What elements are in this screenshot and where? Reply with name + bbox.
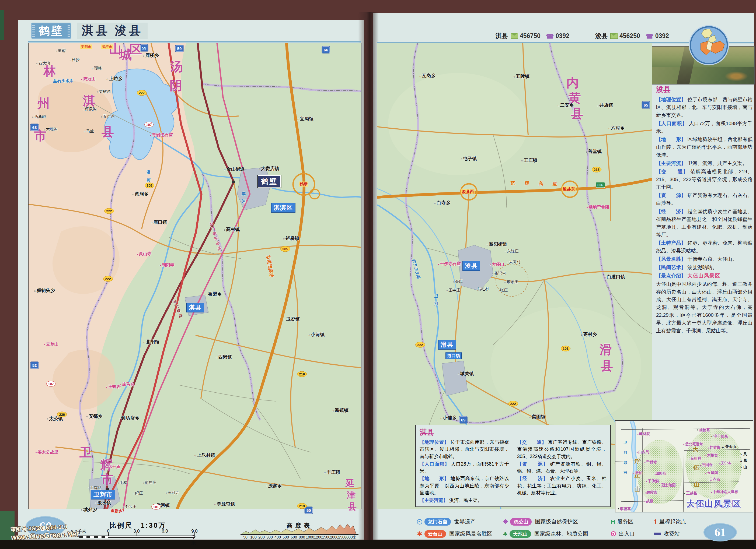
- legend-label: 出入口: [619, 530, 635, 537]
- legend-label: 服务区: [617, 518, 633, 525]
- county-name: 淇县: [496, 32, 508, 39]
- header-left: 鹤壁 淇县 浚县: [28, 22, 361, 41]
- postcode-value: 456750: [520, 32, 541, 39]
- toll-icon: [654, 533, 661, 535]
- info-section: 【经 济】 是全国优质小麦生产基地县、省商品粮生产基地县之一和全国优质蜂蜜生产基…: [656, 208, 752, 239]
- map-left-canvas: [29, 43, 361, 509]
- county-title: 淇县: [420, 427, 607, 437]
- legend-item: 收费站: [654, 530, 702, 537]
- legend-pill: 鸡公山: [510, 518, 532, 526]
- info-section: 【资 源】 矿产资源有大理石、石灰石、白沙等。: [656, 192, 752, 207]
- legend-item: ✱云台山国家级风景名胜区: [417, 530, 503, 538]
- info-section: 【地 形】 区域地势较平坦，西北部有低山丘陵，东为广阔的华北平原，西南部地势低洼…: [656, 136, 752, 159]
- info-section: 【经 济】 农业主产小麦、玉米、棉花、花生等；工业有电力、纺织、化工、机械、建材…: [517, 475, 607, 496]
- legend-item: ❋鸡公山国家级自然保护区: [503, 518, 611, 526]
- info-section: 【地理位置】 位于市境西南部，东与鹤壁市辖区、浚县相邻，西北与安阳市接壤，南与新…: [420, 439, 509, 460]
- legend-label: 国家级风景名胜区: [449, 530, 492, 537]
- info-section: 【人口面积】 人口72万，面积1088平方千米。: [656, 120, 752, 135]
- info-section: 【交 通】 范辉高速横贯北部，219、215、305、222等省道贯穿全境，形成…: [656, 168, 752, 191]
- area-code-value: 0392: [655, 32, 669, 39]
- service-area-icon: H: [611, 518, 615, 525]
- county-title: 浚县: [656, 85, 752, 94]
- atlas-spread: 鹤壁 淇县 浚县 淇县456750☎0392浚县456250☎0392: [0, 0, 756, 549]
- info-section: 【民间艺术】 浚县泥咕咕。: [656, 264, 752, 272]
- info-section: 【地理位置】 位于市境东部，西与鹤壁市辖区、淇县相邻，北、东与安阳市接壤，南与新…: [656, 96, 752, 119]
- map-left: [28, 43, 361, 509]
- world-heritage-icon: [417, 519, 422, 524]
- inset-map-canvas: [615, 421, 753, 512]
- scale-bar: 比例尺 1:30万 3.0千米03.06.09.0千米: [79, 521, 197, 539]
- county-contact: 浚县456250☎0392: [595, 32, 672, 40]
- page-edge-tab: [0, 10, 4, 40]
- county-info-qixian: 淇县 【地理位置】 位于市境西南部，东与鹤壁市辖区、浚县相邻，西北与安阳市接壤，…: [415, 425, 611, 507]
- phone-icon: ☎: [646, 33, 654, 40]
- postcode-icon: [610, 33, 618, 39]
- info-section: 【土特产品】 红枣、枣花蜜、兔肉、柳苇编织品、浚县泥咕咕。: [656, 239, 752, 255]
- county-info-xunxian: 浚县 【地理位置】 位于市境东部，西与鹤壁市辖区、淇县相邻，北、东与安阳市接壤，…: [656, 85, 752, 418]
- map-legend: 龙门石窟世界遗产❋鸡公山国家级自然保护区H服务区里程起讫点✱云台山国家级风景名胜…: [417, 516, 702, 540]
- legend-item: 出入口: [611, 530, 654, 537]
- milestone-icon: [654, 519, 657, 524]
- info-section: 【景点介绍】 大伾山风景区: [656, 272, 752, 280]
- scenic-intro-text: 大伾山是中国境内少见的儒、释、道三教并存的历史名山，由大伾山、浮丘山两部分组成。…: [656, 280, 752, 335]
- info-section: 【风景名胜】 千佛寺石窟、大伾山。: [656, 256, 752, 263]
- legend-item: 里程起讫点: [654, 518, 702, 525]
- postcode-value: 456250: [619, 32, 640, 39]
- page-number-right: 61: [703, 523, 737, 541]
- phone-icon: ☎: [546, 33, 554, 40]
- legend-label: 世界遗产: [454, 518, 476, 525]
- legend-label: 收费站: [664, 530, 680, 537]
- legend-pill: 龙门石窟: [424, 518, 451, 526]
- info-section: 【主要河流】 卫河、淇河、共产主义渠。: [656, 160, 752, 167]
- postcode-icon: [511, 33, 518, 39]
- info-section: 【交 通】 京广客运专线、京广铁路、京港澳高速公路和107国道纵贯全境，305、…: [517, 439, 607, 460]
- legend-label: 国家级自然保护区: [535, 518, 578, 525]
- legend-item: ♣天池山国家级森林、地质公园: [503, 530, 611, 538]
- county-contact: 淇县456750☎0392: [496, 32, 572, 40]
- page-title: 淇县 浚县: [77, 23, 148, 39]
- county-name: 浚县: [595, 32, 608, 39]
- locator-badge: [688, 25, 729, 66]
- inset-map-dapishan: [615, 420, 753, 512]
- scan-border: [0, 540, 756, 549]
- elevation-chart: 高度表 501002003004005006008001000120015002…: [241, 522, 358, 539]
- legend-pill: 天池山: [510, 530, 531, 538]
- info-section: 【主要河流】 淇河、民主渠。: [420, 497, 509, 504]
- tree-icon: ♣: [503, 531, 507, 537]
- header-rule: [28, 41, 361, 42]
- legend-label: 国家级森林、地质公园: [534, 530, 588, 537]
- area-code-value: 0392: [556, 32, 569, 39]
- info-section: 【资 源】 矿产资源有铁、铜、铝、锡、铅、煤、石膏、大理石等。: [517, 460, 607, 475]
- maple-leaf-icon: ❋: [503, 519, 508, 524]
- asterisk-icon: ✱: [417, 531, 422, 537]
- interchange-icon: [611, 531, 616, 536]
- info-section: 【地 形】 地势西高东低，京广铁路以东为平原，以西为山地丘陵，东南部有少量洼地。: [420, 475, 509, 496]
- header-right-contacts: 淇县456750☎0392浚县456250☎0392: [496, 32, 700, 43]
- legend-item: H服务区: [611, 518, 654, 525]
- locator-map: [688, 25, 729, 66]
- legend-pill: 云台山: [424, 530, 446, 538]
- legend-item: 龙门石窟世界遗产: [417, 518, 503, 526]
- info-section: 【人口面积】 人口28万，面积581平方千米。: [420, 460, 509, 475]
- prefecture-badge: 鹤壁: [31, 23, 71, 39]
- legend-label: 里程起讫点: [659, 518, 686, 525]
